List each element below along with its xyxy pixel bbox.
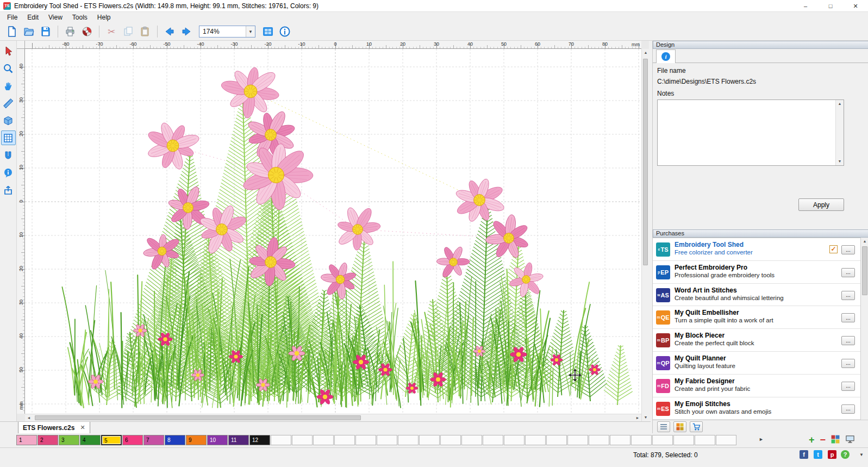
colorize-button[interactable]	[79, 24, 95, 39]
color-swatch-empty[interactable]	[567, 435, 588, 445]
menu-help[interactable]: Help	[92, 13, 116, 22]
color-swatch-empty[interactable]	[610, 435, 630, 445]
cut-button[interactable]: ✂	[104, 24, 119, 39]
color-swatch-empty[interactable]	[673, 435, 694, 445]
color-swatch-empty[interactable]	[271, 435, 291, 445]
notes-scrollbar[interactable]: ▲ ▼	[835, 100, 844, 165]
scroll-thumb[interactable]	[862, 246, 867, 295]
save-button[interactable]	[38, 24, 53, 39]
document-tab[interactable]: ETS Flowers.c2s ✕	[18, 422, 90, 434]
color-swatch-4[interactable]: 4	[80, 435, 101, 445]
palette-scroll-right-icon[interactable]: ►	[759, 437, 764, 442]
scroll-up-icon[interactable]: ▲	[861, 238, 868, 245]
more-button[interactable]: ...	[841, 291, 855, 300]
help-button[interactable]: ?	[841, 450, 850, 459]
menu-file[interactable]: File	[2, 13, 22, 22]
purchase-item-perfect-embroidery-pro[interactable]: pEPPerfect Embroidery ProProfessional gr…	[653, 261, 860, 284]
scroll-thumb[interactable]	[643, 59, 648, 265]
grid-tool-button[interactable]	[1, 130, 16, 145]
purchase-item-word-art-in-stitches[interactable]: wASWord Art in StitchesCreate beautiful …	[653, 284, 860, 307]
design-info-tab[interactable]: i	[656, 49, 676, 63]
display-settings-button[interactable]	[845, 435, 855, 445]
remove-color-button[interactable]: −	[820, 434, 826, 445]
measure-tool-button[interactable]	[1, 96, 16, 110]
color-swatch-empty[interactable]	[631, 435, 652, 445]
color-swatch-12[interactable]: 12	[249, 435, 270, 445]
pinterest-icon[interactable]: p	[828, 450, 836, 459]
zoom-select[interactable]: 174% ▼	[199, 26, 255, 38]
redo-button[interactable]	[179, 24, 194, 39]
horizontal-scrollbar[interactable]: ◄ ►	[25, 414, 641, 421]
color-swatch-empty[interactable]	[355, 435, 376, 445]
color-swatch-1[interactable]: 1	[16, 435, 37, 445]
facebook-icon[interactable]: f	[800, 450, 808, 459]
menu-edit[interactable]: Edit	[22, 13, 43, 22]
open-file-button[interactable]	[21, 24, 36, 39]
zoom-tool-button[interactable]	[1, 61, 16, 76]
shop-cart-button[interactable]	[690, 421, 703, 432]
undo-button[interactable]	[162, 24, 177, 39]
pin-tool-button[interactable]	[1, 148, 16, 163]
more-button[interactable]: ...	[841, 313, 855, 322]
scroll-left-icon[interactable]: ◄	[25, 414, 33, 422]
more-button[interactable]: ...	[841, 404, 855, 414]
color-swatch-empty[interactable]	[483, 435, 503, 445]
scroll-up-icon[interactable]: ▲	[836, 100, 844, 108]
chevron-down-icon[interactable]: ▼	[246, 26, 255, 37]
color-swatch-empty[interactable]	[461, 435, 482, 445]
color-swatch-10[interactable]: 10	[207, 435, 228, 445]
info-tool-button[interactable]	[1, 165, 16, 180]
purchase-item-my-fabric-designer[interactable]: mFDMy Fabric DesignerCreate and print yo…	[653, 375, 860, 397]
color-swatch-empty[interactable]	[589, 435, 609, 445]
purchase-item-embroidery-tool-shed[interactable]: eTSEmbroidery Tool ShedFree colorizer an…	[653, 238, 860, 261]
new-file-button[interactable]	[4, 24, 20, 39]
add-color-button[interactable]: +	[809, 434, 815, 445]
color-swatch-empty[interactable]	[419, 435, 440, 445]
notes-input[interactable]: ▲ ▼	[657, 99, 844, 166]
maximize-button[interactable]: □	[818, 0, 843, 12]
more-button[interactable]: ...	[841, 359, 855, 368]
select-tool-button[interactable]	[1, 43, 16, 58]
color-swatch-empty[interactable]	[546, 435, 567, 445]
color-swatch-empty[interactable]	[313, 435, 334, 445]
color-swatch-9[interactable]: 9	[186, 435, 207, 445]
color-swatch-empty[interactable]	[334, 435, 355, 445]
design-canvas[interactable]	[25, 49, 641, 414]
color-swatch-empty[interactable]	[377, 435, 397, 445]
purchase-item-my-emoji-stitches[interactable]: mESMy Emoji StitchesStitch your own avat…	[653, 397, 860, 420]
pan-tool-button[interactable]	[1, 78, 16, 93]
vertical-scrollbar[interactable]: ▲ ▼	[641, 49, 649, 421]
list-view-button[interactable]	[657, 421, 670, 432]
scroll-up-icon[interactable]: ▲	[642, 49, 650, 57]
purchase-item-my-block-piecer[interactable]: mBPMy Block PiecerCreate the perfect qui…	[653, 329, 860, 352]
thread-palette-button[interactable]	[831, 435, 840, 445]
color-swatch-empty[interactable]	[440, 435, 461, 445]
more-button[interactable]: ...	[841, 268, 855, 277]
palette-view-button[interactable]	[673, 421, 686, 432]
minimize-button[interactable]: –	[793, 0, 818, 12]
scroll-right-icon[interactable]: ►	[634, 414, 641, 422]
color-swatch-empty[interactable]	[292, 435, 313, 445]
more-button[interactable]: ...	[841, 382, 855, 391]
color-swatch-11[interactable]: 11	[228, 435, 249, 445]
tab-close-icon[interactable]: ✕	[80, 424, 85, 431]
color-swatch-empty[interactable]	[398, 435, 419, 445]
color-swatch-5[interactable]: 5	[101, 435, 122, 445]
color-swatch-empty[interactable]	[695, 435, 715, 445]
more-button[interactable]: ...	[841, 245, 855, 254]
view-3d-tool-button[interactable]	[1, 113, 16, 128]
purchase-item-my-quilt-planner[interactable]: mQPMy Quilt PlannerQuilting layout featu…	[653, 352, 860, 375]
print-button[interactable]	[63, 24, 78, 39]
enabled-checkbox[interactable]: ✓	[829, 245, 838, 253]
export-tool-button[interactable]	[1, 183, 16, 197]
scroll-down-icon[interactable]: ▼	[642, 414, 650, 421]
purchases-scrollbar[interactable]: ▲	[860, 238, 868, 420]
menu-tools[interactable]: Tools	[67, 13, 92, 22]
color-swatch-empty[interactable]	[652, 435, 673, 445]
color-swatch-2[interactable]: 2	[38, 435, 58, 445]
color-swatch-6[interactable]: 6	[122, 435, 143, 445]
color-swatch-7[interactable]: 7	[143, 435, 164, 445]
scroll-thumb[interactable]	[35, 415, 361, 420]
apply-button[interactable]: Apply	[798, 198, 844, 211]
design-info-button[interactable]	[277, 24, 292, 39]
